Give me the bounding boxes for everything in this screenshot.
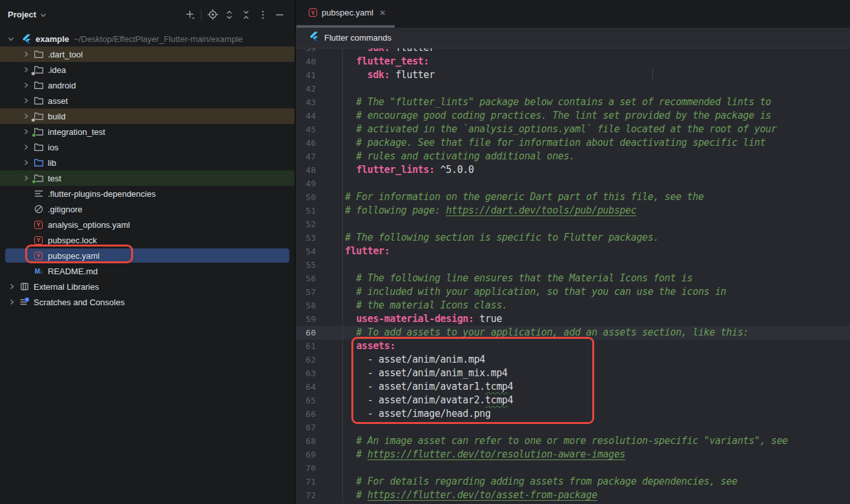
- code-line-text[interactable]: # The "flutter_lints" package below cont…: [343, 96, 771, 109]
- code-line-text[interactable]: # following page: https://dart.dev/tools…: [343, 204, 636, 217]
- add-icon[interactable]: [181, 6, 198, 23]
- line-number: 67: [296, 421, 343, 434]
- link[interactable]: https://flutter.dev/to/asset-from-packag…: [368, 489, 597, 501]
- code-line-text[interactable]: # rules and activating additional ones.: [343, 150, 575, 163]
- comment: # To add assets to your application, add…: [345, 327, 749, 338]
- code-line-text[interactable]: # The following section is specific to F…: [343, 231, 659, 245]
- project-panel-header: Project: [0, 0, 295, 29]
- code-line-text[interactable]: - asset/image/head.png: [343, 407, 491, 421]
- test-badge: [32, 179, 36, 184]
- tree-item-asset[interactable]: asset: [0, 93, 295, 108]
- link[interactable]: https://dart.dev/tools/pub/pubspec: [446, 205, 636, 216]
- code-line-text[interactable]: # For information on the generic Dart pa…: [343, 190, 704, 204]
- comment: # following page:: [345, 205, 446, 216]
- tree-item-ios[interactable]: ios: [0, 139, 295, 155]
- chevron-right-icon[interactable]: [22, 159, 30, 166]
- chevron-right-icon[interactable]: [22, 66, 30, 74]
- chevron-right-icon[interactable]: [22, 81, 30, 89]
- chevron-right-icon[interactable]: [22, 50, 30, 58]
- tree-item-test[interactable]: test: [0, 170, 295, 186]
- code-line-text[interactable]: # package. See that file for information…: [343, 136, 765, 150]
- chevron-right-icon[interactable]: [22, 174, 30, 182]
- tree-item-example[interactable]: example~/Desktop/EffectPlayer_Flutter-ma…: [0, 31, 295, 46]
- code-line-text[interactable]: [343, 82, 345, 96]
- toolbar-separator: [201, 10, 202, 20]
- code-line-text[interactable]: - asset/anim/anim_mix.mp4: [343, 367, 508, 380]
- tree-item-lib[interactable]: lib: [0, 155, 295, 170]
- code-line-text[interactable]: - asset/anim/avatar2.tcmp4: [343, 394, 513, 407]
- chevron-right-icon[interactable]: [22, 128, 30, 136]
- line-number: 54: [296, 245, 343, 258]
- chevron-right-icon[interactable]: [8, 298, 16, 306]
- tree-item-.flutter-plugins-dependencies[interactable]: .flutter-plugins-dependencies: [0, 186, 295, 201]
- code-line-text[interactable]: # An image asset can refer to one or mor…: [343, 434, 788, 448]
- tree-item-scratches-and-consoles[interactable]: Scratches and Consoles: [0, 294, 295, 310]
- code-line-text[interactable]: uses-material-design: true: [343, 312, 502, 326]
- tree-item-label: .idea: [48, 65, 66, 75]
- tree-item-build[interactable]: ✱build: [0, 108, 295, 124]
- code-line-text[interactable]: sdk: flutter: [343, 68, 435, 82]
- code-line-text[interactable]: flutter_test:: [343, 55, 429, 68]
- line-number: 50: [296, 190, 343, 204]
- code-line-text[interactable]: # https://flutter.dev/to/asset-from-pack…: [343, 489, 597, 502]
- project-panel: Project example~/Desktop/EffectPlayer_Fl…: [0, 0, 295, 504]
- code-line-text[interactable]: # encourage good coding practices. The l…: [343, 109, 771, 123]
- close-icon[interactable]: ✕: [379, 8, 386, 17]
- yaml-value: - asset/anim/anim.mp4: [345, 354, 485, 365]
- code-line-text[interactable]: # included with your application, so tha…: [343, 285, 726, 299]
- chevron-right-icon[interactable]: [8, 283, 16, 290]
- code-line-text[interactable]: # https://flutter.dev/to/resolution-awar…: [343, 448, 625, 461]
- code-line-text[interactable]: # For details regarding adding assets fr…: [343, 475, 738, 489]
- tree-item-external-libraries[interactable]: External Libraries: [0, 279, 295, 294]
- collapse-all-icon[interactable]: [238, 6, 254, 23]
- folder-icon: ✱: [33, 65, 44, 75]
- ignored-file-icon: [33, 204, 44, 214]
- code-line-text[interactable]: [343, 217, 345, 231]
- chevron-down-icon[interactable]: [6, 35, 16, 43]
- chevron-right-icon[interactable]: [22, 143, 30, 151]
- code-line-text[interactable]: [343, 461, 345, 475]
- tree-item-readme.md[interactable]: M↓README.md: [0, 263, 295, 279]
- code-line-text[interactable]: [343, 177, 345, 190]
- code-line-text[interactable]: flutter_lints: ^5.0.0: [343, 163, 474, 177]
- scratches-icon: [19, 297, 30, 307]
- line-number: 72: [296, 489, 343, 502]
- code-line-text[interactable]: # the material Icons class.: [343, 299, 508, 312]
- expand-all-icon[interactable]: [221, 6, 238, 23]
- tree-item-pubspec.yaml[interactable]: Ypubspec.yaml: [0, 248, 295, 263]
- hide-panel-icon[interactable]: [271, 6, 288, 23]
- code-line-61: 61 assets:: [296, 339, 850, 353]
- code-line-66: 66 - asset/image/head.png: [296, 407, 850, 421]
- link[interactable]: https://flutter.dev/to/resolution-aware-…: [368, 449, 625, 460]
- chevron-down-icon[interactable]: [39, 11, 47, 19]
- chevron-right-icon[interactable]: [22, 112, 30, 120]
- tree-item-android[interactable]: android: [0, 77, 295, 93]
- tree-item-.gitignore[interactable]: .gitignore: [0, 201, 295, 217]
- tree-item-.dart_tool[interactable]: .dart_tool: [0, 46, 295, 62]
- more-options-icon[interactable]: [254, 6, 271, 23]
- tree-item-label: test: [48, 174, 61, 183]
- code-line-text[interactable]: - asset/anim/anim.mp4: [343, 353, 485, 367]
- code-line-text[interactable]: [343, 421, 345, 434]
- locate-file-icon[interactable]: [204, 6, 221, 23]
- code-line-text[interactable]: # The following line ensures that the Ma…: [343, 272, 692, 285]
- flutter-commands-banner[interactable]: Flutter commands: [296, 28, 850, 48]
- tab-pubspec-yaml[interactable]: Y pubspec.yaml ✕: [296, 0, 395, 25]
- line-number: 62: [296, 353, 343, 367]
- line-number: 58: [296, 299, 343, 312]
- tree-item-analysis_options.yaml[interactable]: Yanalysis_options.yaml: [0, 217, 295, 232]
- code-line-text[interactable]: flutter:: [343, 245, 389, 258]
- code-line-text[interactable]: - asset/anim/avatar1.tcmp4: [343, 380, 513, 394]
- code-line-text[interactable]: # activated in the `analysis_options.yam…: [343, 123, 776, 136]
- code-line-text[interactable]: assets:: [343, 339, 395, 353]
- project-dropdown[interactable]: Project: [8, 10, 36, 19]
- tree-item-pubspec.lock[interactable]: Ypubspec.lock: [0, 232, 295, 248]
- tab-label: pubspec.yaml: [322, 8, 373, 17]
- chevron-right-icon[interactable]: [22, 97, 30, 105]
- code-line-text[interactable]: [343, 258, 345, 272]
- code-line-text[interactable]: # To add assets to your application, add…: [343, 326, 749, 339]
- banner-label: Flutter commands: [324, 33, 391, 43]
- tree-item-.idea[interactable]: ✱.idea: [0, 62, 295, 77]
- tree-item-integration_test[interactable]: integration_test: [0, 124, 295, 139]
- code-line-71: 71 # For details regarding adding assets…: [296, 475, 850, 489]
